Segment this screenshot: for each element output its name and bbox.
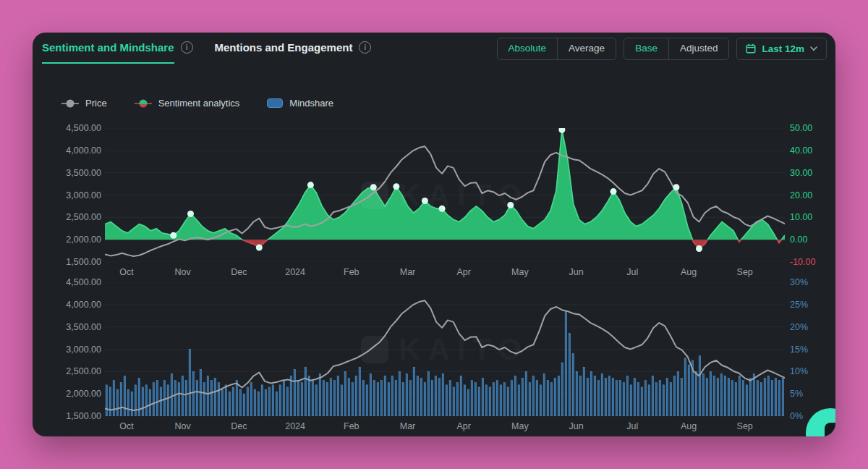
legend-label: Mindshare — [289, 98, 333, 109]
axis-tick: -10.00 — [790, 257, 815, 267]
x-axis-label: 2024 — [285, 267, 305, 277]
tab-bar: Sentiment and Mindshare i Mentions and E… — [42, 41, 371, 54]
left-axis-ticks: 4,500.004,000.003,500.003,000.002,500.00… — [33, 282, 101, 416]
adjusted-button[interactable]: Adjusted — [668, 38, 729, 59]
sentiment-dot-swatch-icon — [135, 103, 152, 104]
period-selector[interactable]: Last 12m — [736, 38, 827, 60]
axis-tick: 4,500.00 — [66, 277, 101, 287]
axis-tick: 4,000.00 — [66, 145, 101, 156]
x-axis-label: May — [511, 267, 529, 277]
mindshare-bar-swatch-icon — [267, 98, 283, 108]
axis-tick: 2,000.00 — [66, 234, 101, 245]
sentiment-marker-dot[interactable] — [393, 183, 399, 190]
sentiment-marker-dot[interactable] — [507, 202, 514, 208]
calendar-icon — [746, 43, 756, 54]
sentiment-marker-dot[interactable] — [256, 245, 263, 251]
sentiment-marker-dot[interactable] — [370, 184, 377, 190]
axis-tick: 30.00 — [790, 168, 812, 178]
right-axis-ticks: 50.0040.0030.0020.0010.000.00-10.00 — [790, 128, 835, 262]
axis-tick: 15% — [790, 345, 808, 355]
axis-tick: 3,000.00 — [66, 190, 101, 200]
x-axis-label: Jun — [569, 421, 584, 431]
x-axis-label: Apr — [456, 267, 470, 277]
x-axis-label: Mar — [400, 421, 416, 431]
x-axis-label: Mar — [400, 267, 416, 277]
x-axis-label: Feb — [344, 421, 359, 431]
assistant-logo-icon — [825, 423, 835, 436]
axis-tick: 20.00 — [790, 190, 812, 200]
tab-sentiment-and-mindshare[interactable]: Sentiment and Mindshare i — [42, 41, 193, 54]
x-axis-labels: OctNovDec2024FebMarAprMayJunJulAugSep — [105, 267, 785, 279]
x-axis-label: Aug — [681, 267, 697, 277]
x-axis-label: 2024 — [285, 421, 305, 431]
axis-tick: 25% — [790, 300, 808, 310]
axis-tick: 2,000.00 — [66, 389, 101, 399]
x-axis-label: Apr — [456, 421, 470, 431]
tab-label: Mentions and Engagement — [215, 41, 353, 54]
chevron-down-icon — [810, 46, 817, 51]
x-axis-labels: OctNovDec2024FebMarAprMayJunJulAugSep — [105, 421, 785, 433]
plot-area[interactable]: KAITO — [105, 282, 785, 416]
axis-tick: 3,000.00 — [66, 345, 101, 355]
axis-tick: 3,500.00 — [66, 322, 101, 332]
axis-tick: 10% — [790, 366, 808, 376]
x-axis-label: Nov — [175, 267, 191, 277]
info-icon[interactable]: i — [181, 41, 193, 54]
x-axis-label: Sep — [737, 421, 753, 431]
x-axis-label: May — [511, 421, 529, 431]
view-mode-group: Absolute Average — [497, 38, 617, 60]
chart-controls: Absolute Average Base Adjusted Last 12m — [497, 38, 827, 60]
sentiment-marker-dot[interactable] — [673, 184, 679, 190]
x-axis-label: Oct — [119, 267, 133, 277]
mindshare-price-chart: 4,500.004,000.003,500.003,000.002,500.00… — [33, 282, 835, 434]
axis-tick: 2,500.00 — [66, 212, 101, 222]
x-axis-label: Jul — [626, 421, 638, 431]
average-button[interactable]: Average — [557, 38, 616, 59]
analytics-card: Sentiment and Mindshare i Mentions and E… — [33, 33, 835, 436]
axis-tick: 0% — [790, 411, 803, 421]
x-axis-label: Jun — [569, 267, 584, 277]
price-line-swatch-icon — [61, 103, 79, 104]
axis-tick: 50.00 — [790, 123, 812, 133]
absolute-button[interactable]: Absolute — [498, 38, 558, 59]
period-label: Last 12m — [762, 43, 804, 54]
axis-tick: 1,500.00 — [66, 257, 101, 267]
info-icon[interactable]: i — [359, 41, 371, 54]
mindshare-chart-svg — [105, 282, 785, 416]
chart-legend: Price Sentiment analytics Mindshare — [61, 98, 333, 109]
right-axis-ticks: 30%25%20%15%10%5%0% — [790, 282, 835, 416]
legend-item-price[interactable]: Price — [61, 98, 107, 109]
sentiment-marker-dot[interactable] — [558, 128, 565, 133]
base-button[interactable]: Base — [624, 38, 668, 59]
sentiment-marker-dot[interactable] — [439, 206, 446, 212]
x-axis-label: Dec — [231, 421, 247, 431]
axis-tick: 2,500.00 — [66, 366, 101, 376]
axis-tick: 4,500.00 — [66, 123, 101, 133]
axis-tick: 4,000.00 — [66, 300, 101, 310]
sentiment-marker-dot[interactable] — [170, 232, 176, 239]
axis-tick: 40.00 — [790, 145, 812, 156]
x-axis-label: Dec — [231, 267, 247, 277]
sentiment-marker-dot[interactable] — [187, 211, 194, 217]
legend-item-mindshare[interactable]: Mindshare — [267, 98, 333, 109]
axis-tick: 30% — [790, 277, 808, 287]
sentiment-marker-dot[interactable] — [307, 182, 314, 188]
x-axis-label: Sep — [737, 267, 753, 277]
baseline-group: Base Adjusted — [624, 38, 729, 60]
plot-area[interactable]: KAITO — [105, 128, 785, 262]
x-axis-label: Oct — [119, 421, 133, 431]
sentiment-marker-dot[interactable] — [422, 198, 428, 204]
tab-mentions-and-engagement[interactable]: Mentions and Engagement i — [215, 41, 372, 54]
legend-label: Sentiment analytics — [158, 98, 240, 109]
left-axis-ticks: 4,500.004,000.003,500.003,000.002,500.00… — [33, 128, 101, 262]
sentiment-price-chart: 4,500.004,000.003,500.003,000.002,500.00… — [33, 128, 835, 280]
x-axis-label: Aug — [681, 421, 697, 431]
axis-tick: 10.00 — [790, 212, 812, 222]
sentiment-marker-dot[interactable] — [610, 188, 617, 195]
legend-item-sentiment[interactable]: Sentiment analytics — [135, 98, 240, 109]
x-axis-label: Jul — [626, 267, 638, 277]
sentiment-chart-svg — [105, 128, 785, 262]
sentiment-marker-dot[interactable] — [696, 245, 702, 252]
axis-tick: 20% — [790, 322, 808, 332]
axis-tick: 5% — [790, 389, 803, 399]
